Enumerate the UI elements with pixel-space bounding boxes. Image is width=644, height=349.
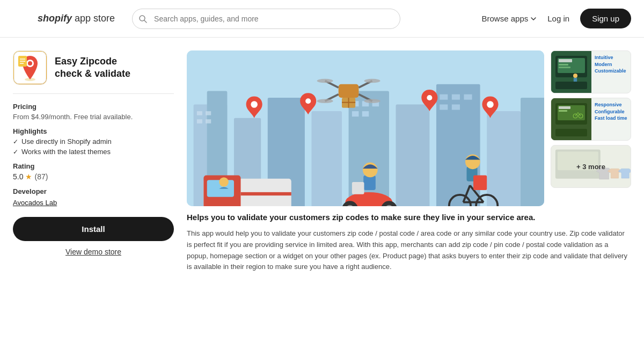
- nav-right: Browse apps Log in Sign up: [482, 9, 631, 28]
- pricing-value: From $4.99/month. Free trial available.: [13, 113, 174, 121]
- rating-label: Rating: [13, 162, 174, 170]
- app-title: Easy Zipcode check & validate: [55, 55, 130, 81]
- thumb-text-2: Responsive Configurable Fast load time: [591, 98, 631, 140]
- svg-rect-97: [555, 129, 587, 136]
- logo-text: shopify app store: [38, 13, 115, 24]
- search-input[interactable]: [132, 9, 400, 29]
- svg-rect-91: [559, 106, 570, 109]
- highlight-item-1: ✓ Use directly in Shopify admin: [13, 137, 174, 146]
- star-icon: ★: [25, 172, 32, 181]
- svg-point-85: [573, 74, 577, 78]
- pricing-label: Pricing: [13, 103, 174, 111]
- app-title-area: Easy Zipcode check & validate: [55, 55, 130, 81]
- svg-rect-68: [363, 175, 376, 190]
- svg-point-53: [364, 79, 380, 83]
- main-content: Easy Zipcode check & validate Pricing Fr…: [0, 38, 644, 349]
- search-icon: [138, 14, 147, 23]
- svg-point-54: [317, 99, 333, 103]
- shopify-bag-icon: 🛍️: [13, 9, 33, 29]
- main-screenshot: [187, 50, 544, 206]
- svg-point-52: [317, 79, 333, 83]
- sidebar: Easy Zipcode check & validate Pricing Fr…: [13, 50, 174, 349]
- demo-store-link[interactable]: View demo store: [13, 248, 174, 256]
- developer-link[interactable]: Avocados Lab: [13, 199, 57, 207]
- app-header: Easy Zipcode check & validate: [13, 50, 174, 94]
- svg-point-55: [364, 99, 380, 103]
- install-button[interactable]: Install: [13, 217, 174, 241]
- svg-point-61: [427, 95, 432, 100]
- svg-rect-46: [241, 192, 291, 195]
- login-button[interactable]: Log in: [547, 14, 569, 23]
- svg-rect-25: [206, 111, 211, 115]
- developer-label: Developer: [13, 187, 174, 195]
- review-count: (87): [34, 172, 48, 181]
- svg-rect-26: [197, 119, 202, 123]
- logo: 🛍️ shopify app store: [13, 9, 115, 29]
- header: 🛍️ shopify app store Browse apps Log in …: [0, 0, 644, 38]
- right-column: Intuitive Modern Customizable: [187, 50, 631, 349]
- chevron-down-icon: [530, 16, 537, 22]
- developer-section: Developer Avocados Lab: [13, 187, 174, 207]
- screenshot-thumb-1[interactable]: Intuitive Modern Customizable: [551, 50, 631, 93]
- svg-rect-37: [452, 105, 460, 110]
- description-title: Helps you to validate your customers zip…: [187, 212, 631, 223]
- search-bar: [132, 9, 400, 29]
- svg-rect-31: [352, 111, 359, 117]
- svg-rect-82: [559, 59, 572, 62]
- svg-rect-32: [362, 111, 369, 117]
- svg-rect-33: [440, 94, 448, 100]
- more-screenshots-button[interactable]: + 3 more: [551, 145, 631, 188]
- svg-point-41: [219, 177, 229, 187]
- screenshots-column: Intuitive Modern Customizable: [551, 50, 631, 188]
- thumb-text-1: Intuitive Modern Customizable: [591, 51, 631, 93]
- svg-rect-22: [487, 111, 521, 206]
- screenshot-thumb-2[interactable]: Responsive Configurable Fast load time: [551, 98, 631, 141]
- more-overlay: + 3 more: [551, 146, 631, 187]
- app-icon: [13, 50, 47, 85]
- signup-button[interactable]: Sign up: [580, 9, 631, 28]
- svg-rect-92: [559, 110, 567, 112]
- svg-rect-23: [521, 98, 544, 206]
- svg-rect-83: [559, 64, 568, 66]
- svg-rect-27: [206, 119, 211, 123]
- svg-rect-70: [352, 182, 364, 194]
- svg-rect-77: [473, 175, 487, 190]
- highlights-section: Highlights ✓ Use directly in Shopify adm…: [13, 127, 174, 156]
- description-body: This app would help you to validate your…: [187, 228, 631, 273]
- svg-line-3: [144, 20, 147, 23]
- highlights-label: Highlights: [13, 127, 174, 135]
- browse-apps-button[interactable]: Browse apps: [482, 14, 537, 23]
- highlight-item-2: ✓ Works with the latest themes: [13, 148, 174, 156]
- description-area: Helps you to validate your customers zip…: [187, 212, 631, 273]
- svg-rect-87: [555, 82, 587, 89]
- rating-value: 5.0 ★ (87): [13, 172, 174, 181]
- thumb-img-2: [551, 98, 591, 140]
- svg-rect-84: [559, 67, 570, 68]
- svg-point-60: [305, 98, 311, 104]
- svg-point-7: [28, 61, 32, 66]
- svg-rect-24: [197, 111, 202, 115]
- svg-rect-47: [339, 84, 359, 98]
- svg-rect-86: [574, 78, 577, 82]
- screenshots-row: Intuitive Modern Customizable: [187, 50, 631, 206]
- checkmark-icon-2: ✓: [13, 148, 18, 156]
- checkmark-icon-1: ✓: [13, 138, 18, 146]
- svg-point-59: [251, 101, 258, 108]
- svg-rect-0: [13, 9, 33, 29]
- svg-rect-36: [440, 105, 448, 110]
- svg-rect-18: [311, 111, 342, 206]
- svg-rect-34: [452, 94, 460, 100]
- svg-rect-35: [464, 94, 472, 100]
- thumb-img-1: [551, 51, 591, 93]
- svg-point-62: [487, 101, 494, 108]
- pricing-section: Pricing From $4.99/month. Free trial ava…: [13, 103, 174, 121]
- svg-rect-20: [396, 105, 430, 206]
- rating-section: Rating 5.0 ★ (87): [13, 162, 174, 181]
